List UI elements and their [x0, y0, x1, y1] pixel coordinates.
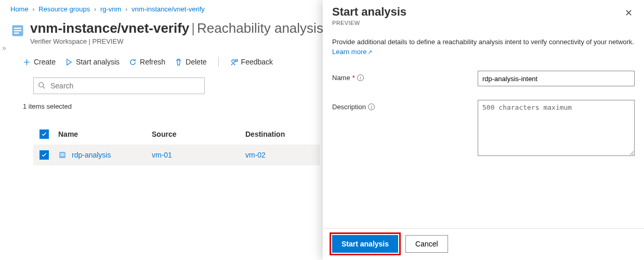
- description-textarea[interactable]: [478, 100, 635, 156]
- play-icon: [65, 58, 73, 66]
- info-icon[interactable]: i: [357, 74, 364, 81]
- plus-icon: [23, 58, 31, 66]
- description-label: Description i: [332, 100, 478, 111]
- refresh-button[interactable]: Refresh: [129, 58, 165, 66]
- name-input[interactable]: [478, 71, 635, 86]
- feedback-button[interactable]: Feedback: [230, 58, 273, 66]
- trash-icon: [175, 58, 182, 66]
- panel-title: Start analysis: [332, 5, 406, 19]
- name-label: Name* i: [332, 71, 478, 82]
- page-subtitle: Verifier Workspace | PREVIEW: [30, 37, 323, 45]
- create-button[interactable]: Create: [23, 58, 56, 66]
- search-field[interactable]: [49, 81, 200, 90]
- row-checkbox[interactable]: [40, 150, 49, 160]
- breadcrumb-resource[interactable]: vnm-instance/vnet-verify: [132, 5, 205, 13]
- breadcrumb-rg-name[interactable]: rg-vnm: [100, 5, 121, 13]
- row-name-link[interactable]: rdp-analysis: [58, 151, 152, 159]
- svg-point-5: [39, 82, 44, 87]
- chevron-right-icon: ›: [125, 5, 127, 13]
- start-analysis-submit[interactable]: Start analysis: [332, 235, 398, 253]
- start-analysis-panel: Start analysis PREVIEW ✕ Provide additio…: [323, 0, 644, 260]
- close-icon[interactable]: ✕: [623, 5, 635, 21]
- external-link-icon: ↗: [367, 49, 372, 55]
- toolbar-divider: [218, 57, 219, 67]
- breadcrumb-resource-groups[interactable]: Resource groups: [38, 5, 90, 13]
- info-icon[interactable]: i: [368, 103, 375, 110]
- svg-rect-2: [14, 30, 21, 31]
- col-destination[interactable]: Destination: [245, 130, 323, 138]
- col-source[interactable]: Source: [152, 130, 245, 138]
- chevron-right-icon: ›: [94, 5, 96, 13]
- breadcrumb: Home › Resource groups › rg-vnm › vnm-in…: [10, 0, 320, 13]
- search-input[interactable]: [33, 77, 205, 94]
- svg-rect-3: [14, 33, 19, 34]
- start-analysis-button[interactable]: Start analysis: [65, 58, 120, 66]
- svg-point-4: [231, 60, 234, 63]
- chevron-right-icon: ›: [32, 5, 34, 13]
- results-table: Name Source Destination rdp-analysis vm-…: [33, 124, 320, 165]
- analysis-icon: [58, 151, 67, 159]
- learn-more-link[interactable]: Learn more↗: [332, 48, 372, 56]
- selection-count: 1 items selected: [23, 102, 320, 110]
- row-destination-link[interactable]: vm-02: [245, 151, 323, 159]
- svg-rect-1: [14, 28, 21, 29]
- page-title: vnm-instance/vnet-verify|Reachability an…: [30, 20, 323, 36]
- delete-button[interactable]: Delete: [175, 58, 206, 66]
- svg-rect-8: [60, 155, 64, 156]
- select-all-checkbox[interactable]: [40, 129, 49, 139]
- refresh-icon: [129, 58, 137, 66]
- feedback-icon: [230, 58, 238, 66]
- cancel-button[interactable]: Cancel: [405, 235, 448, 253]
- workspace-icon: [10, 23, 25, 38]
- panel-description: Provide additional details to define a r…: [332, 37, 635, 57]
- col-name[interactable]: Name: [58, 130, 152, 138]
- search-icon: [38, 82, 45, 90]
- preview-badge: PREVIEW: [332, 20, 406, 26]
- breadcrumb-home[interactable]: Home: [10, 5, 29, 13]
- table-row[interactable]: rdp-analysis vm-01 vm-02: [33, 145, 320, 165]
- svg-rect-7: [60, 153, 64, 154]
- expand-handle[interactable]: »: [2, 44, 6, 52]
- row-source-link[interactable]: vm-01: [152, 151, 245, 159]
